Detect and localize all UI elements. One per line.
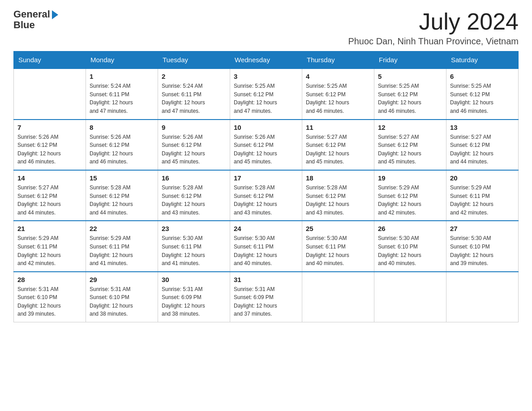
calendar-cell bbox=[446, 272, 519, 322]
calendar-cell: 30Sunrise: 5:31 AM Sunset: 6:09 PM Dayli… bbox=[158, 272, 230, 322]
calendar-cell: 10Sunrise: 5:26 AM Sunset: 6:12 PM Dayli… bbox=[230, 120, 302, 170]
page-header: General Blue July 2024 Phuoc Dan, Ninh T… bbox=[13, 9, 519, 47]
calendar-cell: 1Sunrise: 5:24 AM Sunset: 6:11 PM Daylig… bbox=[86, 68, 158, 119]
day-info: Sunrise: 5:27 AM Sunset: 6:12 PM Dayligh… bbox=[450, 133, 515, 166]
calendar-header-saturday: Saturday bbox=[446, 51, 519, 69]
day-number: 7 bbox=[17, 124, 82, 131]
day-number: 31 bbox=[234, 276, 298, 283]
calendar-week-2: 7Sunrise: 5:26 AM Sunset: 6:12 PM Daylig… bbox=[14, 120, 519, 170]
calendar-header-tuesday: Tuesday bbox=[158, 51, 230, 69]
calendar-cell: 18Sunrise: 5:28 AM Sunset: 6:12 PM Dayli… bbox=[302, 170, 374, 221]
day-info: Sunrise: 5:28 AM Sunset: 6:12 PM Dayligh… bbox=[162, 184, 226, 217]
calendar-cell: 6Sunrise: 5:25 AM Sunset: 6:12 PM Daylig… bbox=[446, 68, 519, 119]
calendar-cell: 9Sunrise: 5:26 AM Sunset: 6:12 PM Daylig… bbox=[158, 120, 230, 170]
day-number: 2 bbox=[162, 73, 226, 80]
day-info: Sunrise: 5:28 AM Sunset: 6:12 PM Dayligh… bbox=[306, 184, 370, 217]
calendar-cell: 26Sunrise: 5:30 AM Sunset: 6:10 PM Dayli… bbox=[374, 221, 446, 271]
logo-text-blue: Blue bbox=[13, 19, 35, 30]
calendar-cell: 21Sunrise: 5:29 AM Sunset: 6:11 PM Dayli… bbox=[14, 221, 86, 271]
day-info: Sunrise: 5:31 AM Sunset: 6:09 PM Dayligh… bbox=[162, 285, 226, 318]
day-info: Sunrise: 5:25 AM Sunset: 6:12 PM Dayligh… bbox=[234, 82, 298, 115]
calendar-cell: 16Sunrise: 5:28 AM Sunset: 6:12 PM Dayli… bbox=[158, 170, 230, 221]
calendar-cell: 5Sunrise: 5:25 AM Sunset: 6:12 PM Daylig… bbox=[374, 68, 446, 119]
calendar-body: 1Sunrise: 5:24 AM Sunset: 6:11 PM Daylig… bbox=[14, 68, 519, 322]
calendar-cell: 4Sunrise: 5:25 AM Sunset: 6:12 PM Daylig… bbox=[302, 68, 374, 119]
day-info: Sunrise: 5:25 AM Sunset: 6:12 PM Dayligh… bbox=[450, 82, 515, 115]
day-number: 23 bbox=[162, 225, 226, 232]
calendar-cell: 2Sunrise: 5:24 AM Sunset: 6:11 PM Daylig… bbox=[158, 68, 230, 119]
day-number: 13 bbox=[450, 124, 515, 131]
logo-text-general: General bbox=[13, 9, 50, 20]
calendar-header-row: SundayMondayTuesdayWednesdayThursdayFrid… bbox=[14, 51, 519, 69]
day-number: 26 bbox=[378, 225, 442, 232]
calendar-header-wednesday: Wednesday bbox=[230, 51, 302, 69]
location-text: Phuoc Dan, Ninh Thuan Province, Vietnam bbox=[348, 36, 519, 47]
calendar-cell bbox=[374, 272, 446, 322]
day-number: 15 bbox=[90, 174, 154, 182]
calendar-week-5: 28Sunrise: 5:31 AM Sunset: 6:10 PM Dayli… bbox=[14, 272, 519, 322]
calendar-header-monday: Monday bbox=[86, 51, 158, 69]
calendar-cell: 20Sunrise: 5:29 AM Sunset: 6:11 PM Dayli… bbox=[446, 170, 519, 221]
day-info: Sunrise: 5:30 AM Sunset: 6:11 PM Dayligh… bbox=[234, 234, 298, 267]
logo-arrow-icon bbox=[52, 10, 58, 19]
day-number: 1 bbox=[90, 73, 154, 80]
day-info: Sunrise: 5:25 AM Sunset: 6:12 PM Dayligh… bbox=[378, 82, 442, 115]
day-info: Sunrise: 5:31 AM Sunset: 6:10 PM Dayligh… bbox=[90, 285, 154, 318]
day-info: Sunrise: 5:28 AM Sunset: 6:12 PM Dayligh… bbox=[90, 184, 154, 217]
day-info: Sunrise: 5:27 AM Sunset: 6:12 PM Dayligh… bbox=[306, 133, 370, 166]
day-info: Sunrise: 5:29 AM Sunset: 6:11 PM Dayligh… bbox=[450, 184, 515, 217]
calendar-week-3: 14Sunrise: 5:27 AM Sunset: 6:12 PM Dayli… bbox=[14, 170, 519, 221]
title-block: July 2024 Phuoc Dan, Ninh Thuan Province… bbox=[348, 9, 519, 47]
calendar-cell: 29Sunrise: 5:31 AM Sunset: 6:10 PM Dayli… bbox=[86, 272, 158, 322]
calendar-cell: 8Sunrise: 5:26 AM Sunset: 6:12 PM Daylig… bbox=[86, 120, 158, 170]
day-number: 3 bbox=[234, 73, 298, 80]
calendar-cell: 14Sunrise: 5:27 AM Sunset: 6:12 PM Dayli… bbox=[14, 170, 86, 221]
logo: General Blue bbox=[13, 9, 58, 30]
day-info: Sunrise: 5:27 AM Sunset: 6:12 PM Dayligh… bbox=[17, 184, 82, 217]
calendar-cell: 7Sunrise: 5:26 AM Sunset: 6:12 PM Daylig… bbox=[14, 120, 86, 170]
day-number: 18 bbox=[306, 174, 370, 182]
day-info: Sunrise: 5:29 AM Sunset: 6:12 PM Dayligh… bbox=[378, 184, 442, 217]
calendar-cell: 31Sunrise: 5:31 AM Sunset: 6:09 PM Dayli… bbox=[230, 272, 302, 322]
calendar-cell: 19Sunrise: 5:29 AM Sunset: 6:12 PM Dayli… bbox=[374, 170, 446, 221]
day-info: Sunrise: 5:24 AM Sunset: 6:11 PM Dayligh… bbox=[162, 82, 226, 115]
day-number: 12 bbox=[378, 124, 442, 131]
calendar-cell: 24Sunrise: 5:30 AM Sunset: 6:11 PM Dayli… bbox=[230, 221, 302, 271]
calendar-cell: 23Sunrise: 5:30 AM Sunset: 6:11 PM Dayli… bbox=[158, 221, 230, 271]
day-number: 9 bbox=[162, 124, 226, 131]
day-info: Sunrise: 5:29 AM Sunset: 6:11 PM Dayligh… bbox=[17, 234, 82, 267]
calendar-cell: 27Sunrise: 5:30 AM Sunset: 6:10 PM Dayli… bbox=[446, 221, 519, 271]
day-info: Sunrise: 5:30 AM Sunset: 6:10 PM Dayligh… bbox=[378, 234, 442, 267]
day-info: Sunrise: 5:29 AM Sunset: 6:11 PM Dayligh… bbox=[90, 234, 154, 267]
day-info: Sunrise: 5:24 AM Sunset: 6:11 PM Dayligh… bbox=[90, 82, 154, 115]
month-title: July 2024 bbox=[348, 9, 519, 34]
day-info: Sunrise: 5:26 AM Sunset: 6:12 PM Dayligh… bbox=[162, 133, 226, 166]
day-info: Sunrise: 5:31 AM Sunset: 6:09 PM Dayligh… bbox=[234, 285, 298, 318]
day-number: 19 bbox=[378, 174, 442, 182]
day-number: 20 bbox=[450, 174, 515, 182]
day-info: Sunrise: 5:26 AM Sunset: 6:12 PM Dayligh… bbox=[234, 133, 298, 166]
day-number: 21 bbox=[17, 225, 82, 232]
calendar-header-friday: Friday bbox=[374, 51, 446, 69]
calendar-cell: 22Sunrise: 5:29 AM Sunset: 6:11 PM Dayli… bbox=[86, 221, 158, 271]
day-number: 11 bbox=[306, 124, 370, 131]
calendar-cell: 28Sunrise: 5:31 AM Sunset: 6:10 PM Dayli… bbox=[14, 272, 86, 322]
day-number: 17 bbox=[234, 174, 298, 182]
day-info: Sunrise: 5:30 AM Sunset: 6:11 PM Dayligh… bbox=[306, 234, 370, 267]
calendar-cell: 17Sunrise: 5:28 AM Sunset: 6:12 PM Dayli… bbox=[230, 170, 302, 221]
calendar-cell bbox=[302, 272, 374, 322]
calendar-header-sunday: Sunday bbox=[14, 51, 86, 69]
calendar-cell: 13Sunrise: 5:27 AM Sunset: 6:12 PM Dayli… bbox=[446, 120, 519, 170]
day-info: Sunrise: 5:31 AM Sunset: 6:10 PM Dayligh… bbox=[17, 285, 82, 318]
day-number: 8 bbox=[90, 124, 154, 131]
day-number: 6 bbox=[450, 73, 515, 80]
calendar-cell bbox=[14, 68, 86, 119]
day-info: Sunrise: 5:25 AM Sunset: 6:12 PM Dayligh… bbox=[306, 82, 370, 115]
day-info: Sunrise: 5:28 AM Sunset: 6:12 PM Dayligh… bbox=[234, 184, 298, 217]
day-number: 22 bbox=[90, 225, 154, 232]
calendar-cell: 15Sunrise: 5:28 AM Sunset: 6:12 PM Dayli… bbox=[86, 170, 158, 221]
day-number: 28 bbox=[17, 276, 82, 283]
day-info: Sunrise: 5:30 AM Sunset: 6:11 PM Dayligh… bbox=[162, 234, 226, 267]
day-number: 30 bbox=[162, 276, 226, 283]
day-info: Sunrise: 5:26 AM Sunset: 6:12 PM Dayligh… bbox=[90, 133, 154, 166]
